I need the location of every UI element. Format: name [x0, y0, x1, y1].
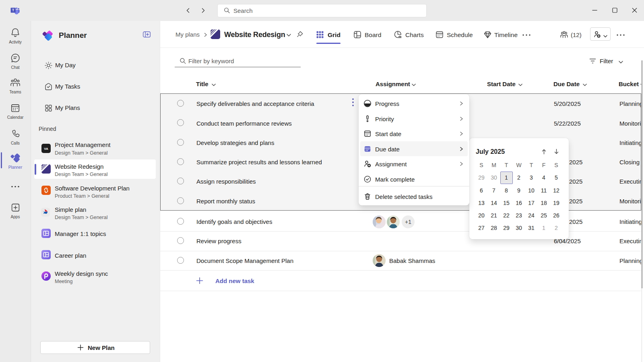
- svg-text:VA: VA: [44, 147, 48, 151]
- svg-text:T: T: [12, 8, 14, 12]
